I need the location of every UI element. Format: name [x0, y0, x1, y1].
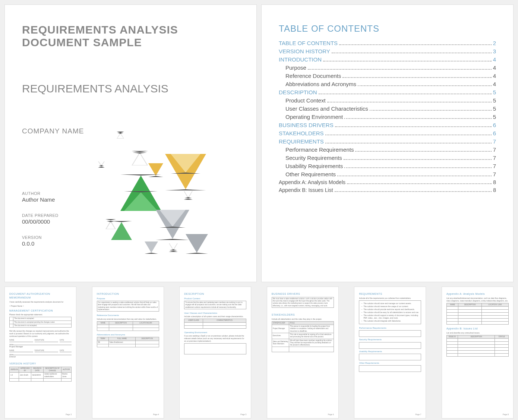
p5-users-txt: Include a description of all system user…: [184, 315, 246, 318]
p7-footer: Page 7: [416, 413, 421, 416]
p5-opEnv-txt: If you are seeking a SaaS or an on-premi…: [184, 335, 246, 342]
p6-footer: Page 6: [328, 413, 334, 416]
p4-refdocs: Reference Documents: [97, 314, 159, 317]
p3-accept: We fully accept the changes as needed im…: [9, 330, 72, 338]
toc-dots: [319, 91, 492, 94]
page-5-thumb: DESCRIPTION Product Context To ensure th…: [179, 287, 251, 419]
p4-purpose-txt: Our organization is seeking a sales enab…: [97, 301, 159, 312]
p3-title2: TITLE: [9, 352, 72, 355]
p5-context-txt: To ensure that the sales and marketing t…: [184, 301, 246, 309]
p3-heading-version: VERSION HISTORY: [9, 362, 72, 366]
p3-role1: Project Manager: [9, 345, 72, 348]
p4-abbrev: Abbreviations and Acronyms: [97, 333, 159, 336]
cover-title-line2: DOCUMENT SAMPLE: [22, 36, 239, 49]
toc-label: STAKEHOLDERS: [279, 130, 324, 136]
toc-dots: [337, 173, 492, 176]
toc-page: 3: [493, 48, 496, 54]
toc-page: 7: [493, 138, 496, 145]
toc-entry: Operating Environment5: [279, 114, 496, 120]
p4-intro: INTRODUCTION: [97, 292, 159, 296]
toc-label: BUSINESS DRIVERS: [279, 122, 334, 128]
toc-page: 4: [493, 56, 496, 63]
toc-label: Other Requirements: [285, 171, 336, 177]
p7-use: Usability Requirements: [359, 350, 421, 353]
p3-check: Please check the appropriate statement.: [9, 313, 72, 316]
p5-context: Product Context: [184, 297, 246, 300]
toc-label: INTRODUCTION: [279, 56, 322, 63]
p4-abbrev-table: TERMFULL NAMEDESCRIPTION SESales Enablem…: [97, 337, 159, 347]
toc-label: Abbreviations and Acronyms: [285, 81, 356, 87]
p3-sig1: NAME SIGNATURE DATE: [9, 339, 72, 342]
page-4-thumb: INTRODUCTION Purpose Our organization is…: [92, 287, 164, 419]
p6-bd-txt: We must have a sales enablement solution…: [272, 297, 334, 307]
toc-entry: Security Requirements7: [279, 155, 496, 161]
toc-entry: Other Requirements7: [279, 171, 496, 178]
p7-req: REQUIREMENTS: [359, 292, 421, 296]
toc-entry: Product Context5: [279, 97, 496, 104]
toc-label: Appendix A: Analysis Models: [279, 179, 345, 185]
p6-bd: BUSINESS DRIVERS: [272, 292, 334, 296]
p8-apB: Appendix B: Issues List: [446, 327, 509, 331]
toc-page: 5: [493, 105, 496, 112]
p3-opt3: The document is not accepted.: [13, 324, 72, 327]
toc-dots: [339, 41, 492, 45]
page-cover: REQUIREMENTS ANALYSIS DOCUMENT SAMPLE RE…: [4, 4, 257, 282]
large-pages-row: REQUIREMENTS ANALYSIS DOCUMENT SAMPLE RE…: [4, 4, 514, 282]
toc-entry: REQUIREMENTS7: [279, 138, 496, 145]
cover-art: [91, 132, 217, 269]
p4-purpose: Purpose: [97, 297, 159, 300]
page-6-thumb: BUSINESS DRIVERS We must have a sales en…: [267, 287, 339, 419]
thumbnail-row: DOCUMENT AUTHORIZATION MEMORANDUM I have…: [4, 287, 514, 419]
p3-role2: Director: [9, 356, 72, 358]
toc-dots: [358, 82, 492, 86]
p8-apA: Appendix A: Analysis Models: [446, 292, 509, 296]
p3-heading-dam: DOCUMENT AUTHORIZATION MEMORANDUM: [9, 292, 72, 300]
toc-dots: [332, 50, 492, 53]
toc-dots: [344, 156, 492, 160]
toc-dots: [347, 180, 492, 184]
toc-label: Product Context: [285, 97, 326, 104]
page-3-thumb: DOCUMENT AUTHORIZATION MEMORANDUM I have…: [4, 287, 76, 419]
toc-page: 8: [493, 187, 496, 193]
toc-dots: [370, 107, 492, 111]
toc-page: 7: [493, 146, 496, 153]
toc-entry: DESCRIPTION5: [279, 89, 496, 96]
toc-label: Reference Documents: [285, 73, 341, 79]
toc-page: 2: [493, 40, 496, 46]
toc-entry: Reference Documents4: [279, 73, 496, 79]
toc-dots: [323, 58, 492, 61]
p8-apA-table: NAMEDESCRIPTIONLOCATION / LINK: [446, 303, 509, 325]
p4-refdocs-table: NAMEDESCRIPTIONLOCATION/LINK: [97, 321, 159, 331]
toc-entry: BUSINESS DRIVERS6: [279, 122, 496, 129]
p6-stake: STAKEHOLDERS: [272, 313, 334, 317]
p7-req-txt: Include all of the requirements you coll…: [359, 297, 421, 300]
toc-label: VERSION HISTORY: [279, 48, 330, 54]
page-8-thumb: Appendix A: Analysis Models List any att…: [442, 287, 514, 419]
toc-entry: TABLE OF CONTENTS2: [279, 40, 496, 47]
p5-footer: Page 5: [240, 413, 246, 416]
toc-entry: Abbreviations and Acronyms4: [279, 81, 496, 88]
toc-label: User Classes and Characteristics: [285, 105, 368, 112]
p4-footer: Page 4: [153, 413, 159, 416]
toc-page: 6: [493, 122, 496, 128]
toc-entry: VERSION HISTORY3: [279, 48, 496, 55]
toc-dots: [344, 115, 491, 119]
toc-label: TABLE OF CONTENTS: [279, 40, 338, 46]
p5-opEnv-box: [184, 343, 246, 354]
toc-label: Usability Requirements: [285, 163, 343, 169]
toc-page: 5: [493, 89, 496, 95]
toc-dots: [342, 74, 491, 78]
toc-page: 6: [493, 130, 496, 136]
toc-dots: [327, 99, 492, 102]
toc-entry: Usability Requirements7: [279, 163, 496, 170]
document-workspace: REQUIREMENTS ANALYSIS DOCUMENT SAMPLE RE…: [4, 4, 514, 419]
p3-opts-table: The document is accepted. The document i…: [9, 317, 72, 328]
p4-refdocs-txt: Include any external documentation that …: [97, 318, 159, 320]
p5-users: User Classes and Characteristics: [184, 312, 246, 315]
toc-dots: [325, 140, 492, 143]
p6-stake-txt: Include all stakeholders and the roles t…: [272, 318, 334, 320]
p8-apA-txt: List any attached/referenced documentati…: [446, 297, 509, 302]
toc-entry: Purpose4: [279, 64, 496, 71]
page-toc: TABLE OF CONTENTS TABLE OF CONTENTS2VERS…: [261, 4, 514, 282]
toc-entry: Performance Requirements7: [279, 146, 496, 153]
